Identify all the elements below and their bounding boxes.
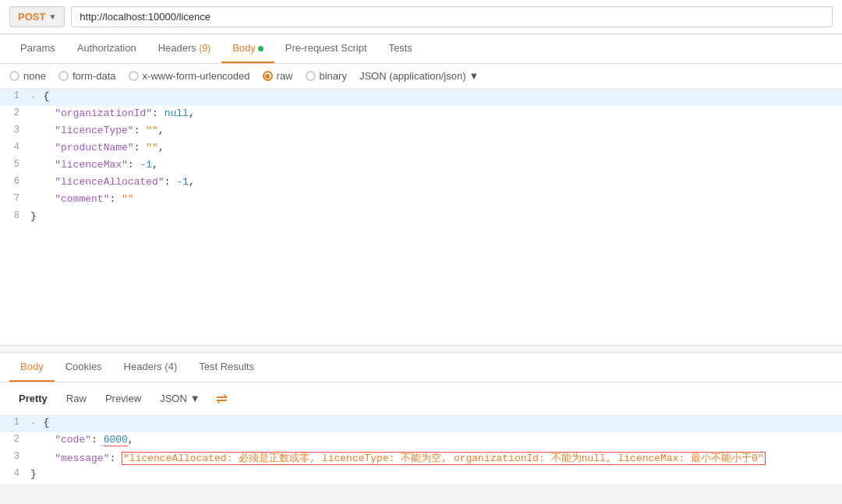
resp-tab-headers[interactable]: Headers (4) [113, 353, 189, 382]
code-line-8: 8 } [0, 209, 842, 226]
format-pretty[interactable]: Pretty [9, 389, 57, 408]
response-format-bar: Pretty Raw Preview JSON ▼ ⇌ [0, 382, 842, 415]
format-raw[interactable]: Raw [57, 389, 96, 408]
tab-pre-request[interactable]: Pre-request Script [274, 34, 378, 63]
radio-urlencoded[interactable]: x-www-form-urlencoded [129, 70, 250, 82]
radio-form-data[interactable]: form-data [58, 70, 116, 82]
response-type-dropdown[interactable]: JSON ▼ [150, 389, 210, 408]
radio-raw-dot [263, 71, 273, 81]
body-type-selector: none form-data x-www-form-urlencoded raw… [0, 64, 842, 89]
method-arrow-icon: ▼ [48, 12, 56, 21]
resp-tab-test-results[interactable]: Test Results [188, 353, 265, 382]
radio-none-dot [9, 71, 19, 81]
request-body-editor[interactable]: 1 - { 2 "organizationId": null, 3 "licen… [0, 89, 842, 284]
code-line-7: 7 "comment": "" [0, 192, 842, 209]
response-tabs: Body Cookies Headers (4) Test Results [0, 353, 842, 382]
tab-tests[interactable]: Tests [378, 34, 423, 63]
request-tabs: Params Authorization Headers (9) Body Pr… [0, 34, 842, 64]
radio-binary-dot [306, 71, 316, 81]
resp-line-3: 3 "message": "licenceAllocated: 必须是正数或零,… [0, 449, 842, 467]
radio-binary[interactable]: binary [306, 70, 347, 82]
json-type-dropdown[interactable]: JSON (application/json) ▼ [359, 70, 479, 82]
radio-form-data-dot [58, 71, 69, 81]
radio-none[interactable]: none [9, 70, 46, 82]
wrap-icon[interactable]: ⇌ [210, 390, 234, 407]
resp-tab-body[interactable]: Body [9, 353, 55, 382]
radio-raw[interactable]: raw [263, 70, 293, 82]
format-preview[interactable]: Preview [96, 389, 150, 408]
radio-urlencoded-dot [129, 71, 139, 81]
code-line-2: 2 "organizationId": null, [0, 106, 842, 123]
response-body: 1 - { 2 "code": 6000, 3 "message": "lice… [0, 415, 842, 484]
resp-tab-cookies[interactable]: Cookies [55, 353, 113, 382]
method-selector[interactable]: POST ▼ [9, 6, 65, 27]
tab-body[interactable]: Body [221, 34, 274, 63]
resp-dropdown-arrow-icon: ▼ [190, 393, 200, 404]
resp-line-2: 2 "code": 6000, [0, 432, 842, 449]
tab-headers[interactable]: Headers (9) [147, 34, 221, 63]
url-bar: POST ▼ [0, 0, 842, 34]
code-line-3: 3 "licenceType": "", [0, 123, 842, 140]
tab-params[interactable]: Params [9, 34, 66, 63]
url-input[interactable] [71, 6, 833, 27]
code-line-4: 4 "productName": "", [0, 140, 842, 157]
method-label: POST [18, 11, 45, 23]
code-line-1: 1 - { [0, 89, 842, 106]
dropdown-arrow-icon: ▼ [469, 70, 479, 82]
code-line-6: 6 "licenceAllocated": -1, [0, 174, 842, 192]
code-line-5: 5 "licenceMax": -1, [0, 157, 842, 174]
resp-line-4: 4 } [0, 467, 842, 484]
tab-authorization[interactable]: Authorization [66, 34, 147, 63]
body-dot [258, 46, 264, 51]
resp-line-1: 1 - { [0, 415, 842, 432]
